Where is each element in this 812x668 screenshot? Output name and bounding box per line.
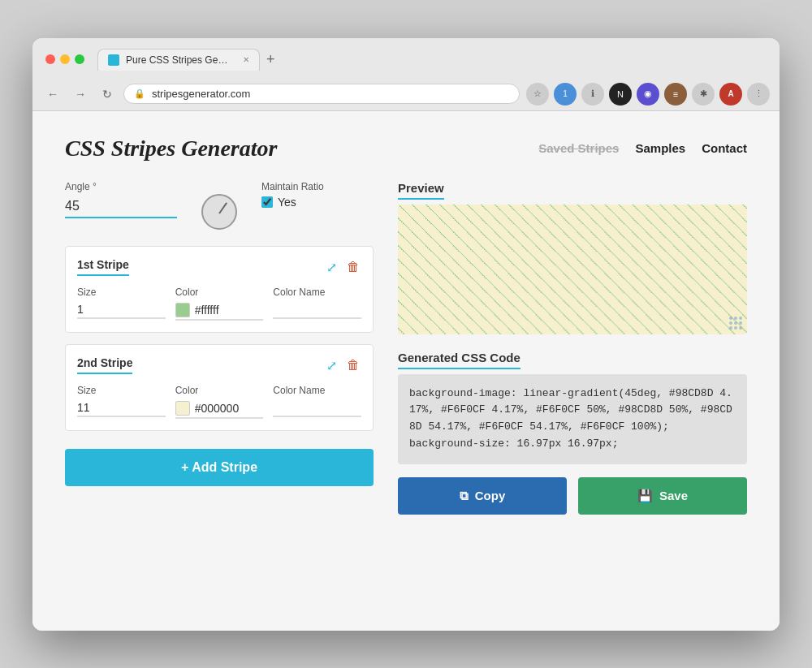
new-tab-button[interactable]: +: [260, 48, 282, 71]
preview-dot: [739, 321, 742, 325]
preview-corner-dots: [729, 317, 742, 330]
url-text: stripesgenerator.com: [152, 88, 250, 100]
add-stripe-button[interactable]: + Add Stripe: [65, 449, 374, 486]
tab-bar: Pure CSS Stripes Generator - ✕ +: [97, 48, 282, 71]
stripe-2-fields: Size Color Color Name: [77, 385, 361, 419]
stripe-1-actions: ⤢ 🗑: [325, 258, 361, 277]
stripe-1-size-field: Size: [77, 287, 166, 321]
samples-link[interactable]: Samples: [635, 141, 685, 155]
stripe-1-color-swatch[interactable]: [175, 303, 190, 317]
angle-dial[interactable]: [201, 194, 237, 230]
stripe-2-color-field: Color: [175, 385, 264, 419]
traffic-lights: [45, 54, 84, 64]
stripe-1-color-name-label: Color Name: [273, 287, 361, 298]
preview-dot: [734, 321, 737, 325]
stripe-2-color-label: Color: [175, 385, 264, 396]
maintain-ratio-label: Maintain Ratio: [261, 181, 374, 192]
save-button[interactable]: 💾 Save: [578, 477, 747, 515]
stripe-1-color-name-input[interactable]: [273, 301, 361, 319]
page-header: CSS Stripes Generator Saved Stripes Samp…: [65, 136, 747, 162]
preview-dot: [729, 317, 732, 320]
angle-label: Angle °: [65, 181, 177, 192]
saved-stripes-link[interactable]: Saved Stripes: [538, 141, 619, 155]
stripe-2-header: 2nd Stripe ⤢ 🗑: [77, 356, 361, 375]
contact-link[interactable]: Contact: [702, 141, 747, 155]
stripe-2-color-wrapper: [175, 399, 264, 419]
stripe-2-color-name-field: Color Name: [273, 385, 361, 419]
stripe-2-size-label: Size: [77, 385, 166, 396]
stripe-1-expand-button[interactable]: ⤢: [325, 258, 339, 277]
nav-links: Saved Stripes Samples Contact: [538, 141, 747, 155]
extension-button-5[interactable]: ≡: [664, 83, 687, 106]
save-label: Save: [659, 489, 688, 502]
address-bar[interactable]: 🔒 stripesgenerator.com: [123, 84, 520, 104]
menu-button[interactable]: ⋮: [747, 83, 770, 106]
stripe-1-color-wrapper: [175, 301, 264, 321]
preview-dot: [739, 317, 742, 320]
maintain-ratio-section: Maintain Ratio Yes: [261, 181, 374, 209]
angle-field: Angle °: [65, 181, 177, 218]
preview-section: Preview: [398, 181, 747, 334]
stripe-1-section: 1st Stripe ⤢ 🗑 Size Color: [65, 246, 374, 333]
preview-label: Preview: [398, 181, 444, 200]
main-layout: Angle ° Maintain Ratio Yes: [65, 181, 747, 515]
close-button[interactable]: [45, 54, 55, 64]
preview-dot: [739, 326, 742, 330]
stripe-2-size-field: Size: [77, 385, 166, 419]
bookmark-button[interactable]: ☆: [526, 83, 549, 106]
copy-icon: ⧉: [460, 489, 469, 503]
forward-button[interactable]: →: [70, 86, 91, 102]
page-title: CSS Stripes Generator: [65, 136, 277, 162]
page-content: CSS Stripes Generator Saved Stripes Samp…: [32, 111, 780, 631]
extension-button-6[interactable]: ✱: [692, 83, 715, 106]
copy-label: Copy: [475, 489, 506, 502]
stripe-1-color-label: Color: [175, 287, 264, 298]
title-bar: Pure CSS Stripes Generator - ✕ +: [32, 38, 780, 78]
stripe-2-color-name-label: Color Name: [273, 385, 361, 396]
extension-button-1[interactable]: 1: [554, 83, 577, 106]
css-section: Generated CSS Code background-image: lin…: [398, 351, 747, 464]
stripe-1-color-field: Color: [175, 287, 264, 321]
preview-dot: [729, 326, 732, 330]
preview-dot: [734, 317, 737, 320]
stripe-1-size-label: Size: [77, 287, 166, 298]
maintain-ratio-checkbox-label: Yes: [278, 196, 296, 209]
stripe-2-expand-button[interactable]: ⤢: [325, 356, 339, 375]
angle-input[interactable]: [65, 196, 177, 218]
active-tab[interactable]: Pure CSS Stripes Generator - ✕: [97, 49, 260, 71]
stripe-2-color-swatch[interactable]: [175, 401, 190, 416]
extension-button-3[interactable]: N: [609, 83, 632, 106]
back-button[interactable]: ←: [42, 86, 63, 102]
stripe-2-color-name-input[interactable]: [273, 399, 361, 417]
refresh-button[interactable]: ↻: [97, 86, 117, 102]
right-panel: Preview: [398, 181, 747, 515]
angle-section: Angle ° Maintain Ratio Yes: [65, 181, 374, 230]
stripe-2-actions: ⤢ 🗑: [325, 356, 361, 375]
extension-button-2[interactable]: ℹ: [581, 83, 604, 106]
left-panel: Angle ° Maintain Ratio Yes: [65, 181, 374, 515]
maximize-button[interactable]: [75, 54, 84, 64]
css-section-label: Generated CSS Code: [398, 351, 520, 369]
stripe-2-color-input[interactable]: [195, 402, 264, 415]
stripe-1-delete-button[interactable]: 🗑: [345, 258, 361, 277]
action-buttons: ⧉ Copy 💾 Save: [398, 477, 747, 515]
stripe-1-color-name-field: Color Name: [273, 287, 361, 321]
extension-button-4[interactable]: ◉: [637, 83, 659, 106]
lock-icon: 🔒: [134, 88, 145, 99]
minimize-button[interactable]: [60, 54, 70, 64]
checkbox-row: Yes: [261, 196, 374, 209]
nav-bar: ← → ↻ 🔒 stripesgenerator.com ☆ 1 ℹ N ◉ ≡…: [32, 78, 780, 110]
copy-button[interactable]: ⧉ Copy: [398, 477, 567, 515]
maintain-ratio-checkbox[interactable]: [261, 196, 273, 208]
stripe-2-section: 2nd Stripe ⤢ 🗑 Size Color: [65, 344, 374, 431]
stripe-1-color-input[interactable]: [195, 304, 264, 317]
stripe-1-size-input[interactable]: [77, 301, 166, 319]
stripe-1-title: 1st Stripe: [77, 258, 129, 276]
stripe-2-size-input[interactable]: [77, 399, 166, 417]
tab-close-icon[interactable]: ✕: [243, 55, 249, 64]
stripe-1-fields: Size Color Color Name: [77, 287, 361, 321]
css-code-box: background-image: linear-gradient(45deg,…: [398, 374, 747, 464]
tab-title: Pure CSS Stripes Generator -: [126, 54, 233, 66]
profile-button[interactable]: A: [719, 83, 742, 106]
stripe-2-delete-button[interactable]: 🗑: [345, 356, 361, 375]
